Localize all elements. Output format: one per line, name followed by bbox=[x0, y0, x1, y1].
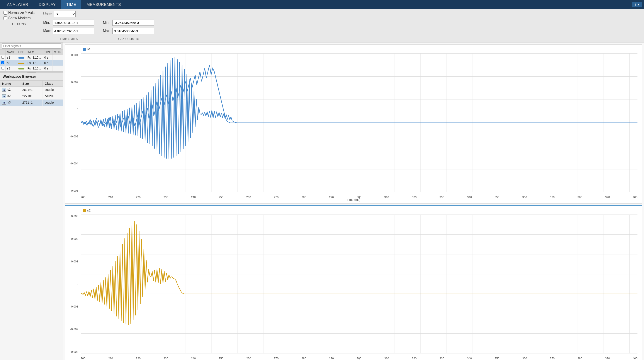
signal-name-cell: s2 bbox=[6, 60, 17, 66]
ws-class-cell: double bbox=[42, 87, 63, 93]
signal-table-header bbox=[0, 42, 63, 50]
time-max-input[interactable] bbox=[53, 28, 94, 34]
chart-s1-legend-dot bbox=[83, 48, 86, 51]
chart-s1-legend-label: s1 bbox=[87, 47, 91, 51]
units-select[interactable]: s ms us bbox=[54, 11, 76, 17]
chart-s2[interactable]: s2 0.003 0.002 0.001 0 -0.001 -0.002 -0.… bbox=[65, 205, 642, 360]
signal-table-row[interactable]: s2 Fs: 1.10... 0 s bbox=[0, 60, 63, 66]
signal-table-row[interactable]: s3 Fs: 1.10... 0 s bbox=[0, 66, 63, 71]
tab-measurements[interactable]: MEASUREMENTS bbox=[81, 0, 126, 9]
tab-bar: ANALYZER DISPLAY TIME MEASUREMENTS ? ▼ bbox=[0, 0, 644, 9]
show-markers-checkbox[interactable] bbox=[4, 16, 7, 20]
signal-line-cell bbox=[17, 66, 26, 71]
filter-signals-input[interactable] bbox=[2, 43, 61, 48]
divider-handle bbox=[27, 72, 36, 72]
chart-s2-svg-wrapper bbox=[81, 215, 638, 354]
time-limits-title: TIME LIMITS bbox=[43, 37, 94, 40]
signal-name-cell: s3 bbox=[6, 66, 17, 71]
signal-checkbox[interactable] bbox=[1, 56, 4, 59]
col-name: NAME bbox=[6, 50, 17, 55]
time-min-input[interactable] bbox=[53, 19, 94, 26]
y-max-label: Max: bbox=[103, 29, 111, 33]
workspace-table-row[interactable]: ■s2 2271×1 double bbox=[0, 93, 63, 99]
ws-icon: ■ bbox=[2, 101, 6, 104]
tab-time[interactable]: TIME bbox=[61, 0, 81, 9]
workspace-browser: Workspace Browser Name Size Class ■s1 26… bbox=[0, 73, 63, 360]
units-row: Units: s ms us bbox=[43, 11, 94, 17]
signal-checkbox-cell[interactable] bbox=[0, 60, 6, 66]
ws-name-cell: ■s3 bbox=[0, 99, 20, 106]
ws-name-cell: ■s1 bbox=[0, 87, 20, 93]
ws-col-class: Class bbox=[42, 81, 63, 87]
signal-time-cell: 0 s bbox=[43, 66, 53, 71]
units-label: Units: bbox=[43, 12, 52, 16]
signal-table-row[interactable]: s1 Fs: 1.10... 0 s bbox=[0, 55, 63, 60]
ws-size-cell: 2621×1 bbox=[20, 87, 42, 93]
signal-name-cell: s1 bbox=[6, 55, 17, 60]
signal-table-header-row: NAME LINE INFO TIME STAR bbox=[0, 50, 63, 55]
time-max-row: Max: bbox=[43, 28, 94, 34]
chart-s1-axis-label: Time (ms) bbox=[66, 198, 642, 201]
main-layout: NAME LINE INFO TIME STAR s1 Fs: 1.10... … bbox=[0, 42, 644, 360]
normalize-y-axis-row: Normalize Y Axis bbox=[4, 11, 34, 15]
time-limits-section: Units: s ms us Min: Max: TIME LIMITS bbox=[43, 11, 94, 40]
help-button[interactable]: ? ▼ bbox=[632, 2, 642, 7]
time-min-row: Min: bbox=[43, 19, 94, 26]
workspace-table-row[interactable]: ■s1 2621×1 double bbox=[0, 87, 63, 93]
workspace-table-row[interactable]: ■s3 2771×1 double bbox=[0, 99, 63, 106]
workspace-table: Name Size Class ■s1 2621×1 double ■s2 22… bbox=[0, 81, 63, 106]
signal-checkbox-cell[interactable] bbox=[0, 55, 6, 60]
ws-col-name: Name bbox=[0, 81, 20, 87]
y-min-input[interactable] bbox=[112, 19, 154, 26]
left-panel: NAME LINE INFO TIME STAR s1 Fs: 1.10... … bbox=[0, 42, 63, 360]
options-bar: Normalize Y Axis Show Markers OPTIONS Un… bbox=[0, 9, 644, 42]
chart-area: s1 0.004 0.002 0 -0.002 -0.004 -0.006 bbox=[63, 42, 644, 360]
chart-s1-svg-wrapper bbox=[81, 53, 638, 192]
signal-line-cell bbox=[17, 55, 26, 60]
chart-s2-legend-dot bbox=[83, 209, 86, 212]
col-star: STAR bbox=[53, 50, 63, 55]
col-info: INFO bbox=[26, 50, 43, 55]
signal-checkbox[interactable] bbox=[1, 61, 4, 64]
y-max-row: Max: bbox=[103, 28, 154, 34]
normalize-y-axis-checkbox[interactable] bbox=[4, 11, 7, 14]
chart-s1-svg bbox=[81, 53, 638, 192]
chart-s1-legend: s1 bbox=[83, 47, 91, 51]
workspace-header-row: Name Size Class bbox=[0, 81, 63, 87]
col-line: LINE bbox=[17, 50, 26, 55]
signal-table: NAME LINE INFO TIME STAR s1 Fs: 1.10... … bbox=[0, 50, 63, 71]
ws-size-cell: 2771×1 bbox=[20, 99, 42, 106]
options-section: Normalize Y Axis Show Markers OPTIONS bbox=[4, 11, 34, 26]
ws-icon: ■ bbox=[2, 94, 6, 98]
help-dropdown-icon: ▼ bbox=[637, 3, 640, 6]
time-max-label: Max: bbox=[43, 29, 51, 33]
signal-line-cell bbox=[17, 60, 26, 66]
time-min-label: Min: bbox=[43, 21, 51, 25]
ws-col-size: Size bbox=[20, 81, 42, 87]
ws-class-cell: double bbox=[42, 99, 63, 106]
col-time: TIME bbox=[43, 50, 53, 55]
y-axes-limits-section: Min: Max: Y-AXES LIMITS bbox=[103, 11, 154, 40]
signal-info-cell: Fs: 1.10... bbox=[26, 60, 43, 66]
signal-star-cell bbox=[53, 60, 63, 66]
signal-checkbox-cell[interactable] bbox=[0, 66, 6, 71]
normalize-y-axis-label: Normalize Y Axis bbox=[8, 11, 34, 15]
options-section-title: OPTIONS bbox=[4, 22, 34, 26]
chart-s1-y-axis: 0.004 0.002 0 -0.002 -0.004 -0.006 bbox=[66, 53, 80, 192]
ws-class-cell: double bbox=[42, 93, 63, 99]
tab-display[interactable]: DISPLAY bbox=[34, 0, 61, 9]
panel-divider[interactable] bbox=[0, 71, 63, 73]
show-markers-row: Show Markers bbox=[4, 16, 34, 20]
col-checkbox bbox=[0, 50, 6, 55]
signal-time-cell: 0 s bbox=[43, 55, 53, 60]
tab-analyzer[interactable]: ANALYZER bbox=[2, 0, 34, 9]
chart-s1[interactable]: s1 0.004 0.002 0 -0.002 -0.004 -0.006 bbox=[65, 44, 642, 204]
signal-star-cell bbox=[53, 66, 63, 71]
signal-checkbox[interactable] bbox=[1, 67, 4, 69]
chart-s2-svg bbox=[81, 215, 638, 354]
y-max-input[interactable] bbox=[112, 28, 154, 34]
ws-name-cell: ■s2 bbox=[0, 93, 20, 99]
signal-info-cell: Fs: 1.10... bbox=[26, 55, 43, 60]
y-min-row: Min: bbox=[103, 19, 154, 26]
chart-s2-axis-label: Time (ms) bbox=[66, 359, 642, 360]
